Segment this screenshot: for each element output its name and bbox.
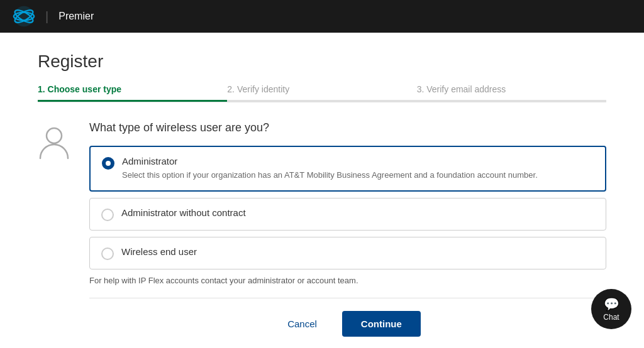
option-administrator-desc: Select this option if your organization …	[122, 169, 538, 182]
user-icon-wrapper	[38, 124, 70, 163]
help-text: For help with IP Flex accounts contact y…	[89, 276, 606, 285]
step-1: 1. Choose user type	[38, 84, 227, 102]
cancel-button[interactable]: Cancel	[275, 312, 330, 335]
step-2-label: 2. Verify identity	[227, 84, 416, 94]
option-wireless-end-user-content: Wireless end user	[121, 246, 197, 257]
steps-bar: 1. Choose user type 2. Verify identity 3…	[38, 84, 606, 102]
form-content: What type of wireless user are you? Admi…	[89, 121, 606, 337]
radio-administrator[interactable]	[102, 157, 114, 170]
step-3: 3. Verify email address	[417, 84, 606, 102]
option-administrator-title: Administrator	[122, 156, 538, 166]
step-1-label: 1. Choose user type	[38, 84, 227, 94]
option-admin-no-contract[interactable]: Administrator without contract	[89, 198, 606, 231]
form-question: What type of wireless user are you?	[89, 121, 606, 134]
option-wireless-end-user-title: Wireless end user	[121, 246, 197, 257]
form-area: What type of wireless user are you? Admi…	[38, 121, 606, 337]
continue-button[interactable]: Continue	[342, 311, 421, 337]
step-2: 2. Verify identity	[227, 84, 416, 102]
divider	[89, 298, 606, 298]
radio-wireless-end-user[interactable]	[101, 247, 114, 260]
chat-label: Chat	[603, 313, 619, 322]
header: | Premier	[0, 0, 644, 33]
option-admin-no-contract-content: Administrator without contract	[121, 207, 246, 218]
option-administrator-content: Administrator Select this option if your…	[122, 156, 538, 182]
user-icon	[38, 124, 70, 161]
chat-button[interactable]: 💬 Chat	[591, 289, 631, 329]
svg-point-4	[47, 128, 62, 143]
step-3-label: 3. Verify email address	[417, 84, 606, 94]
option-wireless-end-user[interactable]: Wireless end user	[89, 237, 606, 269]
chat-icon: 💬	[604, 296, 619, 312]
option-administrator[interactable]: Administrator Select this option if your…	[89, 146, 606, 192]
header-title: Premier	[58, 11, 94, 22]
page-title: Register	[38, 52, 606, 72]
header-divider: |	[45, 9, 48, 24]
radio-admin-no-contract[interactable]	[101, 209, 114, 221]
main-content: Register 1. Choose user type 2. Verify i…	[0, 33, 644, 348]
button-row: Cancel Continue	[89, 311, 606, 337]
option-admin-no-contract-title: Administrator without contract	[121, 207, 246, 218]
att-logo	[13, 5, 35, 28]
